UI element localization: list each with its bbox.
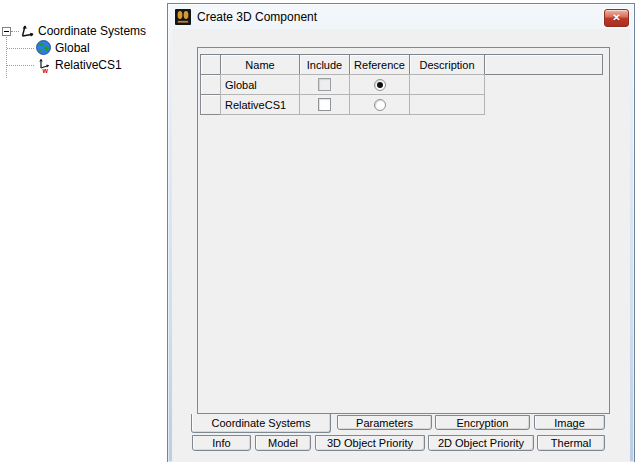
tree-connector-relativecs1 (7, 65, 34, 66)
svg-text:w: w (42, 67, 49, 74)
create-3d-component-dialog: Create 3D Component ✕ Name Include Refer… (167, 3, 635, 462)
dialog-client-area: Name Include Reference Description Globa… (172, 29, 630, 462)
dialog-titlebar: Create 3D Component (168, 4, 634, 29)
include-cell-global[interactable] (299, 74, 350, 95)
table-row: RelativeCS1 (200, 94, 603, 115)
tab-thermal[interactable]: Thermal (537, 435, 605, 451)
tree-connector-vertical (6, 37, 7, 78)
grid-header-row: Name Include Reference Description (200, 54, 603, 75)
include-checkbox-relativecs1[interactable] (318, 98, 331, 111)
header-row-selector (200, 54, 221, 75)
tab-coordinate-systems[interactable]: Coordinate Systems (191, 414, 331, 433)
reference-radio-global[interactable] (374, 79, 386, 91)
name-cell-relativecs1[interactable]: RelativeCS1 (220, 94, 300, 115)
close-button[interactable]: ✕ (604, 9, 629, 27)
include-cell-relativecs1[interactable] (299, 94, 350, 115)
minus-icon (4, 31, 9, 32)
relative-cs-icon: w (36, 57, 53, 78)
tab-image[interactable]: Image (534, 415, 605, 430)
reference-cell-global[interactable] (349, 74, 410, 95)
column-header-empty (484, 54, 603, 75)
row-selector-relativecs1[interactable] (200, 94, 221, 115)
tree-item-relativecs1[interactable]: RelativeCS1 (55, 58, 122, 73)
tree-item-global[interactable]: Global (55, 41, 90, 56)
column-header-include: Include (299, 54, 350, 75)
reference-cell-relativecs1[interactable] (349, 94, 410, 115)
name-cell-global[interactable]: Global (220, 74, 300, 95)
tab-3d-object-priority[interactable]: 3D Object Priority (315, 435, 425, 451)
tree-root-label[interactable]: Coordinate Systems (38, 24, 146, 39)
coordinate-systems-tree: Coordinate Systems Global w RelativeCS1 (0, 0, 167, 462)
tab-2d-object-priority[interactable]: 2D Object Priority (428, 435, 534, 451)
description-cell-global[interactable] (409, 74, 485, 95)
tab-encryption[interactable]: Encryption (435, 415, 530, 430)
row-selector-global[interactable] (200, 74, 221, 95)
tree-collapse-toggle[interactable] (2, 27, 11, 36)
tab-parameters[interactable]: Parameters (337, 415, 432, 430)
column-header-name: Name (220, 54, 300, 75)
dialog-title: Create 3D Component (197, 10, 317, 24)
table-row: Global (200, 74, 603, 95)
tab-info[interactable]: Info (192, 435, 251, 451)
description-cell-relativecs1[interactable] (409, 94, 485, 115)
tab-model[interactable]: Model (255, 435, 311, 451)
coordinate-systems-grid: Name Include Reference Description Globa… (197, 47, 610, 414)
axes-icon (18, 22, 35, 43)
reference-radio-relativecs1[interactable] (374, 99, 386, 111)
tree-connector-global (7, 48, 34, 49)
column-header-description: Description (409, 54, 485, 75)
app-icon (175, 9, 191, 25)
column-header-reference: Reference (349, 54, 410, 75)
include-checkbox-global[interactable] (318, 78, 331, 91)
